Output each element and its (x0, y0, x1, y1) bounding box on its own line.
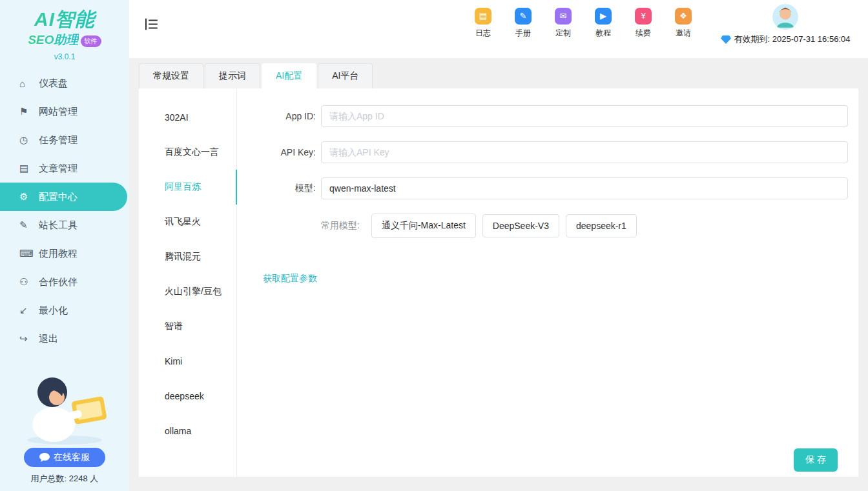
ai-config-panel: 302AI 百度文心一言 阿里百炼 讯飞星火 腾讯混元 火山引擎/豆包 智谱 K… (139, 88, 858, 477)
sidebar-item-label: 仪表盘 (39, 77, 68, 90)
minimize-icon: ↙ (19, 305, 35, 316)
api-key-label: API Key: (259, 147, 316, 157)
provider-volcano-doubao[interactable]: 火山引擎/豆包 (139, 274, 236, 309)
quicklink-label: 邀请 (676, 28, 691, 39)
renew-icon: ¥ (635, 8, 652, 25)
quicklink-logs[interactable]: ▤ 日志 (471, 8, 495, 39)
quicklink-invite[interactable]: ❖ 邀请 (672, 8, 695, 39)
get-config-params-link[interactable]: 获取配置参数 (263, 273, 317, 285)
sidebar-item-dashboard[interactable]: ⌂ 仪表盘 (0, 69, 129, 97)
sidebar-bottom: 在线客服 用户总数: 2248 人 (0, 370, 129, 485)
logs-icon: ▤ (475, 8, 491, 25)
sidebar-item-label: 退出 (39, 333, 58, 345)
custom-icon: ✉ (555, 8, 572, 25)
app-id-field[interactable] (321, 105, 848, 127)
common-models-label: 常用模型: (321, 220, 360, 232)
main-content: 常规设置 提示词 AI配置 AI平台 302AI 百度文心一言 阿里百炼 讯飞星… (129, 58, 868, 491)
provider-xunfei-spark[interactable]: 讯飞星火 (139, 205, 236, 239)
tutorial-play-icon: ▶ (595, 8, 612, 25)
tab-ai-platform[interactable]: AI平台 (318, 63, 373, 88)
sidebar-item-label: 最小化 (39, 305, 68, 317)
model-label: 模型: (259, 183, 316, 194)
top-header: ▤ 日志 ✎ 手册 ✉ 定制 ▶ 教程 ¥ 续费 ❖ 邀请 (129, 0, 868, 58)
model-chip-deepseek-v3[interactable]: DeepSeek-V3 (482, 214, 559, 237)
quicklink-label: 定制 (555, 28, 571, 39)
sidebar-item-webmaster-tools[interactable]: ✎ 站长工具 (0, 211, 129, 239)
online-support-button[interactable]: 在线客服 (24, 448, 105, 467)
quicklink-label: 手册 (515, 28, 531, 39)
sidebar-item-label: 使用教程 (39, 248, 78, 260)
sidebar-item-label: 配置中心 (39, 191, 78, 203)
logo-badge: 软件 (81, 35, 101, 47)
sidebar-item-tutorial[interactable]: ⌨ 使用教程 (0, 239, 129, 268)
quicklink-custom[interactable]: ✉ 定制 (552, 8, 575, 39)
invite-icon: ❖ (675, 8, 692, 25)
quicklink-tutorial[interactable]: ▶ 教程 (592, 8, 615, 39)
chat-bubble-icon (39, 453, 50, 462)
save-button[interactable]: 保 存 (794, 448, 838, 472)
provider-deepseek[interactable]: deepseek (139, 379, 236, 414)
provider-baidu-wenxin[interactable]: 百度文心一言 (139, 135, 236, 170)
common-models-row: 常用模型: 通义千问-Max-Latest DeepSeek-V3 deepse… (259, 214, 848, 238)
model-chip-deepseek-r1[interactable]: deepseek-r1 (566, 214, 637, 237)
sidebar-item-label: 文章管理 (39, 163, 78, 175)
sidebar-item-logout[interactable]: ↪ 退出 (0, 325, 129, 353)
provider-zhipu[interactable]: 智谱 (139, 309, 236, 344)
tab-prompts[interactable]: 提示词 (205, 63, 260, 88)
sidebar-item-config-center[interactable]: ⚙ 配置中心 (0, 183, 127, 211)
app-version: v3.0.1 (0, 52, 129, 61)
license-validity: 有效期到: 2025-07-31 16:56:04 (721, 34, 851, 45)
gear-icon: ⚙ (19, 191, 35, 203)
sidebar-item-label: 站长工具 (39, 219, 78, 232)
support-illustration (0, 370, 129, 448)
tab-ai-config[interactable]: AI配置 (262, 63, 316, 88)
tab-bar: 常规设置 提示词 AI配置 AI平台 (129, 58, 868, 88)
provider-tencent-hunyuan[interactable]: 腾讯混元 (139, 239, 236, 274)
api-key-field[interactable] (321, 141, 848, 163)
provider-ollama[interactable]: ollama (139, 414, 236, 448)
partners-icon: ⚇ (19, 276, 35, 288)
provider-list: 302AI 百度文心一言 阿里百炼 讯飞星火 腾讯混元 火山引擎/豆包 智谱 K… (139, 88, 237, 477)
tab-general-settings[interactable]: 常规设置 (139, 63, 203, 88)
provider-kimi[interactable]: Kimi (139, 344, 236, 379)
sidebar-menu: ⌂ 仪表盘 ⚑ 网站管理 ◷ 任务管理 ▤ 文章管理 ⚙ 配置中心 ✎ 站长工具 (0, 69, 129, 353)
provider-302ai[interactable]: 302AI (139, 100, 236, 135)
monitor-icon: ⌨ (19, 248, 35, 259)
logo-line2: SEO助理 (28, 32, 78, 48)
model-field[interactable] (321, 177, 848, 199)
header-right: ▤ 日志 ✎ 手册 ✉ 定制 ▶ 教程 ¥ 续费 ❖ 邀请 (471, 8, 859, 45)
logout-icon: ↪ (19, 333, 35, 345)
website-flag-icon: ⚑ (19, 106, 35, 117)
pen-icon: ✎ (19, 219, 35, 231)
sidebar-item-label: 任务管理 (39, 134, 78, 146)
quicklink-manual[interactable]: ✎ 手册 (512, 8, 535, 39)
sidebar-item-partners[interactable]: ⚇ 合作伙伴 (0, 268, 129, 296)
manual-icon: ✎ (515, 8, 532, 25)
vip-diamond-icon (721, 35, 731, 44)
collapse-sidebar-icon[interactable] (145, 18, 158, 32)
validity-text: 有效期到: 2025-07-31 16:56:04 (734, 34, 851, 45)
logo-line1: AI智能 (0, 6, 129, 33)
quicklink-label: 教程 (595, 28, 611, 39)
clock-icon: ◷ (19, 134, 35, 146)
sidebar: AI智能 SEO助理软件 v3.0.1 ⌂ 仪表盘 ⚑ 网站管理 ◷ 任务管理 … (0, 0, 129, 491)
model-chip-qwen-max-latest[interactable]: 通义千问-Max-Latest (371, 214, 476, 238)
provider-config-form: App ID: API Key: 模型: 常用模型: 通义千问-Max-Late… (237, 88, 858, 477)
sidebar-item-websites[interactable]: ⚑ 网站管理 (0, 97, 129, 126)
provider-ali-bailian[interactable]: 阿里百炼 (139, 170, 237, 205)
sidebar-item-label: 合作伙伴 (39, 276, 78, 288)
online-support-label: 在线客服 (54, 452, 90, 463)
sidebar-item-tasks[interactable]: ◷ 任务管理 (0, 126, 129, 154)
dashboard-icon: ⌂ (19, 78, 35, 89)
sidebar-item-articles[interactable]: ▤ 文章管理 (0, 154, 129, 183)
quicklink-label: 续费 (636, 28, 651, 39)
avatar[interactable] (772, 4, 798, 30)
quicklink-renew[interactable]: ¥ 续费 (632, 8, 655, 39)
app-window: AI智能 SEO助理软件 v3.0.1 ⌂ 仪表盘 ⚑ 网站管理 ◷ 任务管理 … (0, 0, 868, 491)
app-id-label: App ID: (259, 111, 316, 121)
sidebar-item-minimize[interactable]: ↙ 最小化 (0, 296, 129, 325)
document-icon: ▤ (19, 163, 35, 174)
user-total-count: 用户总数: 2248 人 (0, 473, 129, 485)
quicklink-label: 日志 (475, 28, 491, 39)
sidebar-item-label: 网站管理 (39, 106, 78, 118)
